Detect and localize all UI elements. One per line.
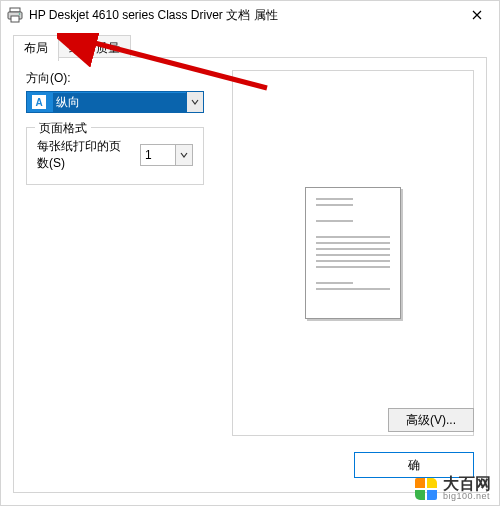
svg-point-3 <box>19 13 21 15</box>
client-area: 布局 纸张/质量 方向(O): A 纵向 页面格式 每张纸打印的页数(S) <box>1 29 499 505</box>
svg-rect-0 <box>10 8 20 12</box>
tab-layout-label: 布局 <box>24 41 48 55</box>
chevron-down-icon <box>175 145 192 165</box>
svg-rect-2 <box>11 16 19 22</box>
watermark-brand: 大百网 <box>443 476 491 492</box>
orientation-value: 纵向 <box>53 93 199 112</box>
watermark-logo-icon <box>415 478 437 500</box>
page-format-group: 页面格式 每张纸打印的页数(S) <box>26 127 204 185</box>
preview-page <box>305 187 401 319</box>
print-preview-pane <box>232 70 474 436</box>
watermark: 大百网 big100.net <box>415 476 491 501</box>
properties-dialog: HP Deskjet 4610 series Class Driver 文档 属… <box>0 0 500 506</box>
tab-paper-quality-label: 纸张/质量 <box>69 41 120 55</box>
watermark-domain: big100.net <box>443 492 491 501</box>
advanced-button[interactable]: 高级(V)... <box>388 408 474 432</box>
pages-per-sheet-combo[interactable] <box>140 144 193 166</box>
titlebar: HP Deskjet 4610 series Class Driver 文档 属… <box>1 1 499 29</box>
close-button[interactable] <box>457 1 497 29</box>
pages-per-sheet-value[interactable] <box>141 146 175 164</box>
orientation-combo[interactable]: A 纵向 <box>26 91 204 113</box>
window-title: HP Deskjet 4610 series Class Driver 文档 属… <box>29 7 457 24</box>
tab-layout[interactable]: 布局 <box>13 35 59 61</box>
page-format-group-title: 页面格式 <box>35 120 91 137</box>
pages-per-sheet-label: 每张纸打印的页数(S) <box>37 138 132 172</box>
tab-panel-layout: 方向(O): A 纵向 页面格式 每张纸打印的页数(S) <box>13 57 487 493</box>
chevron-down-icon <box>186 92 203 112</box>
orientation-portrait-icon: A <box>31 94 47 110</box>
printer-icon <box>7 7 23 23</box>
